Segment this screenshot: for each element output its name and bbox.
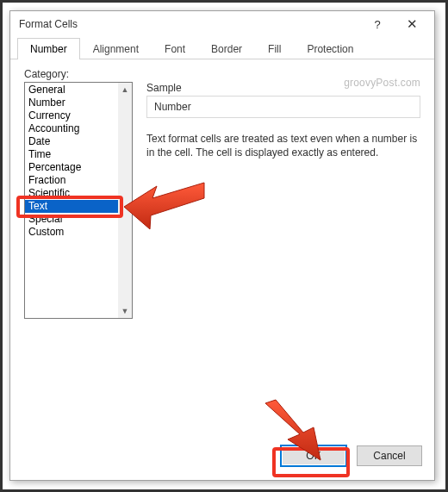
sample-box: Number xyxy=(146,96,420,118)
category-item-general[interactable]: General xyxy=(25,84,132,97)
dialog-title: Format Cells xyxy=(19,18,360,30)
scroll-up-icon[interactable]: ▲ xyxy=(118,83,132,97)
dialog-body: Category: GeneralNumberCurrencyAccountin… xyxy=(10,59,434,440)
titlebar: Format Cells ? ✕ xyxy=(10,11,434,37)
category-item-time[interactable]: Time xyxy=(25,148,132,161)
scroll-down-icon[interactable]: ▼ xyxy=(118,304,132,318)
help-button[interactable]: ? xyxy=(360,12,395,36)
category-item-special[interactable]: Special xyxy=(25,213,132,226)
category-item-percentage[interactable]: Percentage xyxy=(25,161,132,174)
category-item-accounting[interactable]: Accounting xyxy=(25,122,132,135)
tab-protection[interactable]: Protection xyxy=(294,38,366,59)
ok-button[interactable]: OK xyxy=(281,445,346,466)
category-item-number[interactable]: Number xyxy=(25,97,132,109)
category-item-currency[interactable]: Currency xyxy=(25,109,132,122)
category-item-fraction[interactable]: Fraction xyxy=(25,174,132,187)
category-item-scientific[interactable]: Scientific xyxy=(25,187,132,200)
watermark-text: groovyPost.com xyxy=(344,77,420,89)
category-listbox[interactable]: GeneralNumberCurrencyAccountingDateTimeP… xyxy=(24,82,133,319)
category-item-text[interactable]: Text xyxy=(25,200,132,213)
cancel-button[interactable]: Cancel xyxy=(357,445,422,466)
tab-fill[interactable]: Fill xyxy=(255,38,294,59)
tab-alignment[interactable]: Alignment xyxy=(80,38,152,59)
tab-strip: Number Alignment Font Border Fill Protec… xyxy=(10,37,434,59)
close-button[interactable]: ✕ xyxy=(395,12,429,36)
tab-number[interactable]: Number xyxy=(17,38,80,59)
dialog-footer: OK Cancel xyxy=(10,440,434,480)
tab-font[interactable]: Font xyxy=(152,38,198,59)
sample-value: Number xyxy=(154,101,191,113)
listbox-scrollbar[interactable]: ▲ ▼ xyxy=(118,83,132,318)
category-item-date[interactable]: Date xyxy=(25,135,132,148)
category-item-custom[interactable]: Custom xyxy=(25,226,132,239)
format-description: Text format cells are treated as text ev… xyxy=(146,132,420,159)
tab-border[interactable]: Border xyxy=(198,38,255,59)
format-cells-dialog: Format Cells ? ✕ Number Alignment Font B… xyxy=(9,10,435,481)
